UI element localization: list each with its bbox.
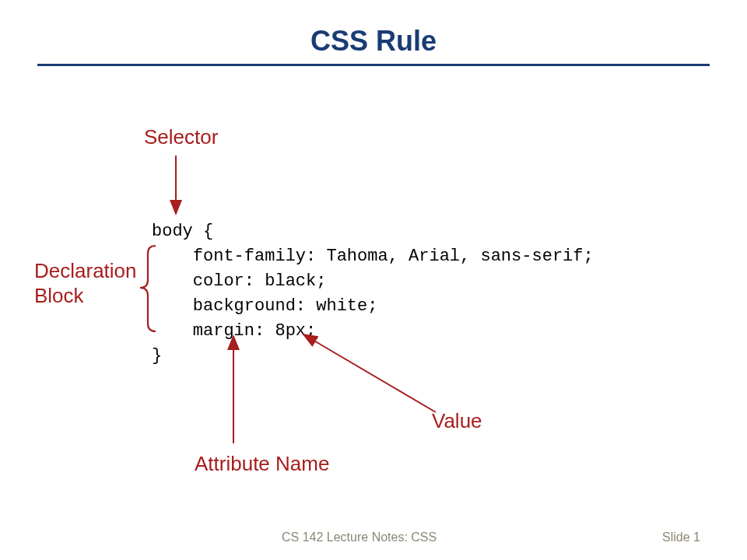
slide-title: CSS Rule: [0, 0, 747, 58]
label-declaration-block: Declaration Block: [34, 258, 137, 308]
footer-course: CS 142 Lecture Notes: CSS: [282, 530, 437, 544]
code-block: body { font-family: Tahoma, Arial, sans-…: [152, 219, 594, 369]
footer-slide: Slide 1: [662, 530, 700, 544]
label-selector: Selector: [144, 124, 218, 149]
slide: CSS Rule Selector Declaration Block Attr…: [0, 0, 747, 560]
label-value: Value: [432, 408, 482, 433]
title-rule: [37, 64, 710, 66]
label-attribute-name: Attribute Name: [195, 451, 329, 476]
